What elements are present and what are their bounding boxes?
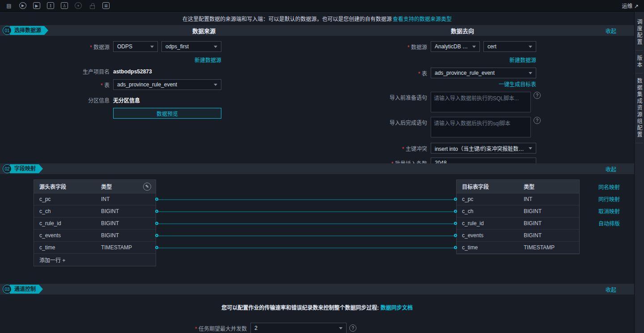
section1-body: 数据源 ODPS odps_first <box>0 36 634 163</box>
section2-body: 源头表字段 类型 ✎ c_pc INT c_ch BIGINT <box>0 179 634 278</box>
connector-dot[interactable] <box>454 198 457 201</box>
conflict-label: 主键冲突 <box>331 145 427 152</box>
source-form: 数据源 ODPS odps_first <box>25 41 293 123</box>
section-field-mapping: 02 字段映射 收起 源头表字段 类型 ✎ <box>0 163 634 278</box>
section1-collapse-link[interactable]: 收起 <box>606 27 616 34</box>
chevron-down-icon <box>214 46 217 48</box>
section3-title: 通道控制 <box>10 285 43 294</box>
sync-doc-link[interactable]: 数据同步文档 <box>381 305 413 311</box>
auto-layout-link[interactable]: 自动排版 <box>598 219 620 227</box>
connector-dot[interactable] <box>155 210 158 213</box>
chevron-down-icon <box>472 46 476 48</box>
source-name-select[interactable]: odps_first <box>161 41 221 52</box>
source-type-value: ODPS <box>117 43 132 50</box>
field-name: c_time <box>34 244 101 251</box>
run-icon[interactable]: ▶ <box>19 2 26 9</box>
dest-type-header: 类型 <box>524 183 579 190</box>
source-name-value: odps_first <box>165 43 189 50</box>
conflict-select[interactable]: insert into（当主键/约束冲突报脏数据） <box>431 143 536 154</box>
field-name: c_rule_id <box>34 220 101 226</box>
section-choose-datasource: 01 选择数据源 数据来源 数据去向 收起 数据源 ODPS <box>0 25 634 163</box>
partition-label: 分区信息 <box>25 96 110 104</box>
right-rail: 调度配置 版本 数据集成资源组配置 <box>634 12 644 333</box>
lock-glyph <box>90 5 95 9</box>
stop-icon[interactable]: ● <box>75 2 82 9</box>
save-icon[interactable]: ▤ <box>5 2 13 9</box>
pre-sql-textarea[interactable] <box>431 92 531 112</box>
field-name: c_rule_id <box>457 220 524 226</box>
section3-number: 03 <box>3 285 12 294</box>
pre-sql-help-icon[interactable]: ? <box>534 92 541 99</box>
connector-dot[interactable] <box>155 198 158 201</box>
run-with-params-icon[interactable]: ▶ <box>33 2 40 9</box>
concurrency-select[interactable]: 2 <box>250 323 347 333</box>
project-name-label: 生产项目名 <box>25 68 110 75</box>
mapping-actions: 同名映射 同行映射 取消映射 自动排版 <box>598 183 620 227</box>
field-type: TIMESTAMP <box>524 244 579 251</box>
connector-dot[interactable] <box>155 246 158 249</box>
source-table-value: ads_province_rule_event <box>117 81 177 88</box>
rail-item-version[interactable]: 版本 <box>636 51 643 73</box>
section3-collapse-link[interactable]: 收起 <box>606 286 616 293</box>
field-type: BIGINT <box>101 232 156 239</box>
table-row: c_events BIGINT <box>34 230 156 242</box>
dest-field-header: 目标表字段 <box>457 183 524 190</box>
source-type-select[interactable]: ODPS <box>113 41 158 52</box>
deploy-icon[interactable]: ♙ <box>61 2 68 9</box>
channel-form: 任务期望最大并发数 2 ? 同步速率 不限流 <box>0 323 634 333</box>
section-channel-control: 03 通道控制 收起 您可以配置作业的传输速率和错误纪录数来控制整个数据同步过程… <box>0 284 634 333</box>
code-view-icon[interactable]: ⊞ <box>102 2 110 9</box>
rail-item-resource-group-config[interactable]: 数据集成资源组配置 <box>636 73 643 143</box>
dest-type-select[interactable]: AnalyticDB for MyS... <box>431 41 480 52</box>
section3-badge: 03 通道控制 <box>3 285 43 294</box>
field-type: BIGINT <box>524 208 579 214</box>
connector-dot[interactable] <box>155 234 158 237</box>
source-type-header: 类型 <box>101 183 143 190</box>
source-field-header: 源头表字段 <box>34 183 101 190</box>
supported-datasource-link[interactable]: 查看支持的数据来源类型 <box>393 15 452 22</box>
section2-badge: 02 字段映射 <box>3 164 43 173</box>
chevron-down-icon <box>529 72 532 74</box>
dest-name-value: cert <box>487 43 496 50</box>
dest-field-table: 目标表字段 类型 c_pc INT c_ch BIGINT <box>456 179 580 254</box>
post-sql-help-icon[interactable]: ? <box>534 117 541 124</box>
concurrency-value: 2 <box>254 325 258 331</box>
rail-item-scheduling-config[interactable]: 调度配置 <box>636 14 643 51</box>
source-table-select[interactable]: ads_province_rule_event <box>113 79 221 90</box>
submit-icon[interactable]: ↥ <box>47 2 54 9</box>
data-preview-button[interactable]: 数据预览 <box>113 108 221 119</box>
connector-dot[interactable] <box>454 222 457 225</box>
chevron-down-icon <box>150 46 154 48</box>
dest-table-label: 表 <box>331 69 427 77</box>
edit-fields-icon[interactable]: ✎ <box>143 183 151 191</box>
connector-dot[interactable] <box>454 210 457 213</box>
source-datasource-label: 数据源 <box>25 43 110 51</box>
section2-collapse-link[interactable]: 收起 <box>606 165 616 173</box>
dest-new-datasource-link[interactable]: 新建数据源 <box>509 57 536 64</box>
concurrency-help-icon[interactable]: ? <box>349 324 356 332</box>
dest-name-select[interactable]: cert <box>483 41 536 52</box>
add-row-button[interactable]: 添加一行 + <box>34 254 156 266</box>
field-name: c_events <box>34 232 101 239</box>
connector-dot[interactable] <box>454 234 457 237</box>
cancel-mapping-link[interactable]: 取消映射 <box>598 207 620 215</box>
section1-title: 选择数据源 <box>10 26 48 35</box>
dest-table-select[interactable]: ads_province_rule_event <box>431 68 536 78</box>
same-name-mapping-link[interactable]: 同名映射 <box>598 183 620 191</box>
post-sql-textarea[interactable] <box>431 117 531 137</box>
chevron-down-icon <box>214 84 217 86</box>
table-row: c_time TIMESTAMP <box>457 242 579 254</box>
ops-link[interactable]: 运维 ↗ <box>622 2 639 9</box>
same-row-mapping-link[interactable]: 同行映射 <box>598 195 620 203</box>
notice-bar: 在这里配置数据的来源端和写入端：可以是默认的数据源，也可以是您创建的自有数据源 … <box>0 12 634 25</box>
source-new-datasource-link[interactable]: 新建数据源 <box>195 57 221 64</box>
field-type: BIGINT <box>524 232 579 239</box>
table-row: c_ch BIGINT <box>34 205 156 218</box>
connector-dot[interactable] <box>155 222 158 225</box>
generate-target-table-link[interactable]: 一键生成目标表 <box>499 81 536 88</box>
lock-icon[interactable] <box>89 2 96 9</box>
connector-dot[interactable] <box>454 246 457 249</box>
channel-desc-text: 您可以配置作业的传输速率和错误纪录数来控制整个数据同步过程: <box>221 305 379 311</box>
field-type: INT <box>101 196 156 202</box>
project-name-value: astbodps52873 <box>113 68 152 75</box>
